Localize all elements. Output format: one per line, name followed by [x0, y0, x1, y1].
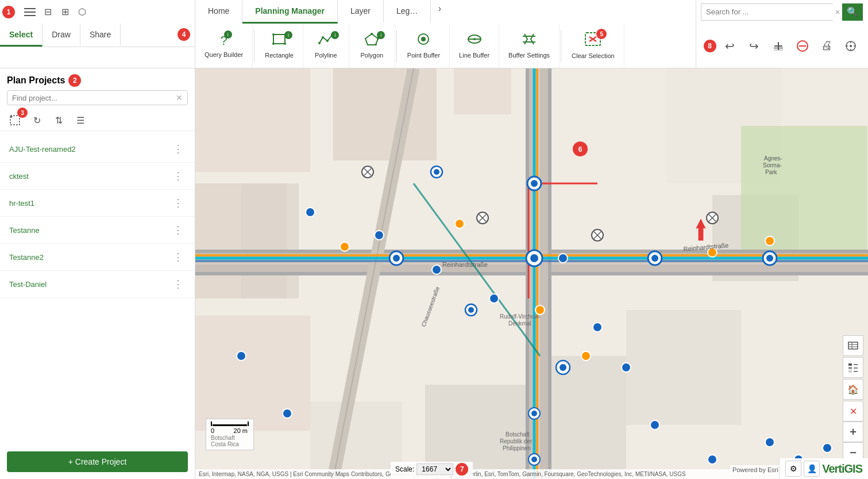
- svg-point-104: [528, 408, 540, 419]
- svg-point-102: [556, 361, 570, 374]
- line-buffer-button[interactable]: Line Buffer: [450, 24, 499, 68]
- svg-line-115: [594, 232, 601, 239]
- remove-button[interactable]: [792, 36, 813, 56]
- map-canvas: Reinhardtstraße Reinhardtstraße Chaussee…: [195, 68, 868, 479]
- sort-button[interactable]: ⇅: [51, 112, 67, 128]
- svg-point-103: [560, 364, 566, 371]
- panel-toggle-button[interactable]: ⊟: [39, 3, 56, 21]
- list-item[interactable]: hr-test1 ⋮: [0, 190, 195, 217]
- map-area[interactable]: Reinhardtstraße Reinhardtstraße Chaussee…: [195, 68, 868, 479]
- scale-selector: Scale: 1667 2000 5000 10000 7: [391, 462, 473, 477]
- tab-leg[interactable]: Leg…: [384, 0, 431, 24]
- tab-select[interactable]: Select: [0, 24, 43, 47]
- polyline-button[interactable]: i Polyline: [303, 24, 349, 68]
- svg-rect-142: [848, 370, 852, 373]
- project-menu-icon[interactable]: ⋮: [171, 197, 186, 209]
- polygon-icon: i: [364, 33, 379, 49]
- project-menu-icon[interactable]: ⋮: [171, 224, 186, 236]
- project-menu-icon[interactable]: ⋮: [171, 278, 186, 290]
- project-search-input[interactable]: [12, 94, 176, 102]
- svg-rect-140: [848, 367, 852, 369]
- app-tabs: Home Planning Manager Layer Leg… ›: [195, 0, 696, 24]
- rectangle-button[interactable]: i Rectangle: [256, 24, 303, 68]
- legend-button[interactable]: [843, 357, 863, 378]
- separator-2: [396, 30, 397, 62]
- scale-labels: 0 20 m: [211, 427, 248, 434]
- point-buffer-button[interactable]: Point Buffer: [398, 24, 450, 68]
- settings-map-button[interactable]: ⚙: [785, 461, 801, 477]
- svg-text:Philippinen: Philippinen: [503, 445, 531, 451]
- svg-rect-51: [195, 250, 868, 253]
- create-project-button[interactable]: + Create Project: [7, 451, 188, 472]
- svg-line-67: [414, 183, 540, 356]
- badge-7: 7: [456, 463, 468, 476]
- svg-text:Denkmal: Denkmal: [508, 320, 531, 327]
- view-toggle-button[interactable]: ⊞: [56, 3, 74, 21]
- project-search-clear[interactable]: ✕: [176, 93, 183, 102]
- svg-point-75: [650, 420, 659, 430]
- svg-line-118: [709, 214, 716, 221]
- expand-button[interactable]: ⬡: [74, 3, 91, 21]
- query-builder-button[interactable]: ? i Query Builder: [195, 24, 253, 68]
- svg-point-100: [763, 251, 777, 265]
- svg-point-111: [477, 212, 488, 224]
- undo-button[interactable]: ↩: [720, 36, 740, 56]
- polyline-icon: i: [318, 33, 333, 49]
- list-item[interactable]: Test-Daniel ⋮: [0, 271, 195, 298]
- redo-button[interactable]: ↪: [744, 36, 765, 56]
- scale-select[interactable]: 1667 2000 5000 10000: [416, 463, 453, 475]
- search-button[interactable]: 🔍: [842, 3, 863, 21]
- project-menu-icon[interactable]: ⋮: [171, 251, 186, 263]
- close-overlay-button[interactable]: ✕: [843, 401, 863, 421]
- buffer-settings-button[interactable]: Buffer Settings: [499, 24, 560, 68]
- project-menu-icon[interactable]: ⋮: [171, 143, 186, 155]
- svg-rect-39: [454, 68, 511, 114]
- tab-share[interactable]: Share: [80, 24, 121, 47]
- main-area: Plan Projects 2 ✕ 3 ↻ ⇅ ☰ AJU-Test-renam…: [0, 68, 868, 479]
- main-toolbar: ? i Query Builder i Rectangle i Polyline…: [195, 24, 696, 68]
- list-item[interactable]: cktest ⋮: [0, 163, 195, 190]
- scale-attribution-small: BotschaftCosta Rica: [211, 435, 249, 447]
- home-map-button[interactable]: 🏠: [843, 379, 863, 400]
- badge-1: 1: [2, 6, 15, 18]
- search-input[interactable]: [701, 3, 833, 21]
- tab-layer[interactable]: Layer: [338, 0, 384, 24]
- hamburger-button[interactable]: [21, 3, 39, 21]
- list-item[interactable]: Testanne ⋮: [0, 217, 195, 244]
- print-button[interactable]: 🖨: [816, 36, 837, 56]
- svg-line-119: [709, 214, 716, 221]
- project-menu-icon[interactable]: ⋮: [171, 170, 186, 182]
- user-map-button[interactable]: 👤: [804, 461, 820, 477]
- polygon-badge: i: [377, 31, 385, 39]
- svg-point-73: [593, 323, 602, 332]
- svg-text:Reinhardtstraße: Reinhardtstraße: [442, 261, 488, 268]
- rectangle-badge: i: [284, 31, 292, 39]
- clear-selection-button[interactable]: 5 Clear Selection: [562, 24, 624, 68]
- list-item[interactable]: Testanne2 ⋮: [0, 244, 195, 271]
- tab-draw[interactable]: Draw: [43, 24, 80, 47]
- search-clear-icon[interactable]: ×: [835, 7, 840, 17]
- polyline-badge: i: [331, 31, 339, 39]
- svg-line-109: [364, 168, 371, 175]
- zoom-in-button[interactable]: +: [843, 421, 863, 442]
- tab-planning-manager[interactable]: Planning Manager: [242, 0, 338, 24]
- svg-rect-0: [273, 35, 285, 44]
- svg-line-58: [333, 68, 414, 479]
- svg-line-113: [479, 214, 486, 221]
- svg-rect-37: [195, 68, 310, 172]
- svg-marker-8: [365, 34, 378, 45]
- list-item[interactable]: AJU-Test-renamed2 ⋮: [0, 136, 195, 163]
- top-header: 1 ⊟ ⊞ ⬡ Home Planning Manager Layer Leg……: [0, 0, 868, 24]
- list-view-button[interactable]: ☰: [72, 112, 88, 128]
- data-table-button[interactable]: [843, 335, 863, 356]
- more-tabs-button[interactable]: ›: [431, 0, 448, 17]
- separator-1: [254, 30, 254, 62]
- svg-point-107: [531, 457, 537, 462]
- location-button[interactable]: [840, 36, 861, 56]
- polygon-button[interactable]: i Polygon: [349, 24, 395, 68]
- select-draw-share-tabs: Select Draw Share 4: [0, 24, 195, 47]
- tab-home[interactable]: Home: [195, 0, 242, 24]
- svg-rect-48: [310, 402, 402, 479]
- refresh-button[interactable]: ↻: [29, 112, 45, 128]
- add-layer-button[interactable]: [768, 36, 789, 56]
